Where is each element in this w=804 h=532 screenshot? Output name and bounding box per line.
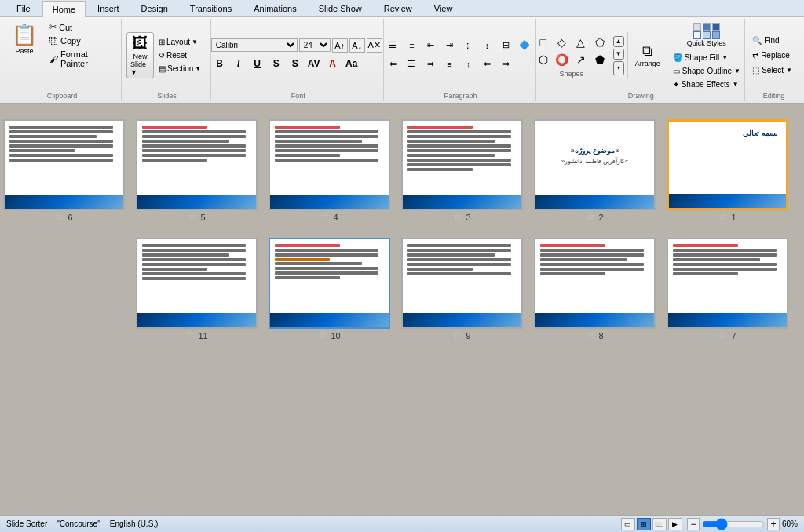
new-slide-button[interactable]: 🖼 New Slide ▼ [126,32,154,78]
shadow-button[interactable]: S [287,56,304,71]
smartart-button[interactable]: 🔷 [516,38,533,53]
slide-item-9[interactable]: ☆ 9 [401,238,523,341]
arrange-button[interactable]: ⧉ Arrange [631,41,664,70]
shape-item[interactable]: □ [535,34,552,51]
shapes-scroll-up[interactable]: ▲ [613,36,624,47]
rtl-button[interactable]: ⇐ [478,56,495,72]
shape-fill-button[interactable]: 🪣 Shape Fill ▼ [669,52,744,64]
slide-thumb-9[interactable] [401,238,523,329]
zoom-out-button[interactable]: − [687,518,700,530]
clear-format-button[interactable]: A✕ [367,38,382,53]
shapes-more[interactable]: ▾ [613,61,624,75]
ltr-button[interactable]: ⇒ [497,56,514,72]
status-left: Slide Sorter "Concourse" English (U.S.) [6,519,158,528]
align-right-button[interactable]: ➡ [422,56,439,72]
bullets-button[interactable]: ☰ [384,38,401,53]
normal-view-button[interactable]: ▭ [621,518,635,530]
slide-line [673,253,777,257]
slide-item-1[interactable]: بسمه تعالی ☆ 1 [667,119,788,222]
tab-insert[interactable]: Insert [87,0,130,16]
shape-item[interactable]: △ [572,34,590,51]
tab-view[interactable]: View [424,0,463,16]
slide-line [673,249,777,252]
slide-item-2[interactable]: »موضوع پروژه« »کارآفرین فاطمه دانشور« ☆ … [534,119,656,222]
tab-design[interactable]: Design [131,0,178,16]
zoom-slider[interactable] [702,519,765,530]
shape-outline-button[interactable]: ▭ Shape Outline ▼ [669,65,744,77]
bold-button[interactable]: B [211,56,228,71]
increase-indent-button[interactable]: ⇥ [440,38,458,53]
tab-review[interactable]: Review [374,0,422,16]
slides-label: Slides [123,92,210,100]
slide-thumb-6[interactable] [3,119,125,210]
increase-font-button[interactable]: A↑ [332,38,348,53]
numbering-button[interactable]: ≡ [403,38,420,53]
slide-thumb-4[interactable] [269,119,390,210]
tab-file[interactable]: File [6,0,41,16]
slide-thumb-5[interactable] [136,119,258,210]
shape-item[interactable]: ⭕ [554,51,571,68]
character-spacing-button[interactable]: AV [305,56,323,71]
slide-thumb-11[interactable] [136,238,258,329]
slide-item-11[interactable]: ☆ 11 [136,238,258,341]
line-spacing-button[interactable]: ↕ [459,56,477,72]
slide-item-7[interactable]: ☆ 7 [667,238,788,341]
paste-button[interactable]: 📋 Paste [6,20,42,90]
reset-button[interactable]: ↺Reset [155,49,204,61]
slide-thumb-10[interactable] [269,238,390,329]
font-size-select[interactable]: 24 [299,38,331,52]
find-button[interactable]: 🔍 Find [748,35,783,46]
shape-item[interactable]: ⬡ [535,51,552,68]
slide-item-4[interactable]: ☆ 4 [269,119,390,222]
tab-transitions[interactable]: Transitions [180,0,242,16]
slideshow-view-button[interactable]: ▶ [668,518,682,530]
select-button[interactable]: ⬚ Select ▼ [748,64,796,76]
reading-view-button[interactable]: 📖 [652,518,667,530]
slide-meta-6: ☆ 6 [55,210,72,222]
shapes-label: Shapes [535,70,608,78]
slide-thumb-8[interactable] [534,238,656,329]
slide-thumb-2[interactable]: »موضوع پروژه« »کارآفرین فاطمه دانشور« [534,119,656,210]
shape-effects-button[interactable]: ✦ Shape Effects ▼ [669,78,744,90]
slide-thumb-3[interactable] [401,119,523,210]
tab-animations[interactable]: Animations [243,0,306,16]
tab-slideshow[interactable]: Slide Show [309,0,372,16]
slide-thumb-1[interactable]: بسمه تعالی [667,119,788,210]
columns-button[interactable]: ⫶ [459,38,477,53]
tab-home[interactable]: Home [42,1,86,17]
slide-item-3[interactable]: ☆ 3 [401,119,523,222]
copy-button[interactable]: ⿻Copy [46,35,115,47]
replace-button[interactable]: ⇄ Replace [748,49,794,61]
shape-item[interactable]: ↗ [572,51,590,68]
italic-button[interactable]: I [230,56,247,71]
change-case-button[interactable]: Aa [343,56,360,71]
slide-item-8[interactable]: ☆ 8 [534,238,656,341]
section-button[interactable]: ▤Section ▼ [155,63,204,75]
align-center-button[interactable]: ☰ [403,56,420,72]
shape-item[interactable]: ⬟ [591,51,608,68]
quick-styles-button[interactable]: Quick Styles [669,20,744,50]
slide-item-10[interactable]: ☆ 10 [269,238,390,341]
underline-button[interactable]: U [249,56,266,71]
font-color-button[interactable]: A [324,56,342,71]
font-name-select[interactable]: Calibri [211,38,298,52]
format-painter-button[interactable]: 🖌Format Painter [46,48,115,70]
zoom-in-button[interactable]: + [767,518,780,530]
shapes-scroll-down[interactable]: ▼ [613,49,624,60]
para-top-row: ☰ ≡ ⇤ ⇥ ⫶ ↕ ⊟ 🔷 [384,38,533,53]
slide-item-5[interactable]: ☆ 5 [136,119,258,222]
slide-thumb-7[interactable] [667,238,788,329]
decrease-indent-button[interactable]: ⇤ [422,38,439,53]
align-text-button[interactable]: ⊟ [497,38,514,53]
justify-button[interactable]: ≡ [440,56,458,72]
shape-item[interactable]: ⬠ [591,34,608,51]
align-left-button[interactable]: ⬅ [384,56,401,72]
strikethrough-button[interactable]: S [268,56,285,71]
slide-item-6[interactable]: ☆ 6 [3,119,125,222]
shape-item[interactable]: ◇ [554,34,571,51]
slide-sorter-button[interactable]: ⊞ [637,518,651,530]
text-direction-button[interactable]: ↕ [478,38,495,53]
cut-button[interactable]: ✂Cut [46,20,115,34]
layout-button[interactable]: ⊞Layout ▼ [155,36,204,48]
decrease-font-button[interactable]: A↓ [349,38,365,53]
